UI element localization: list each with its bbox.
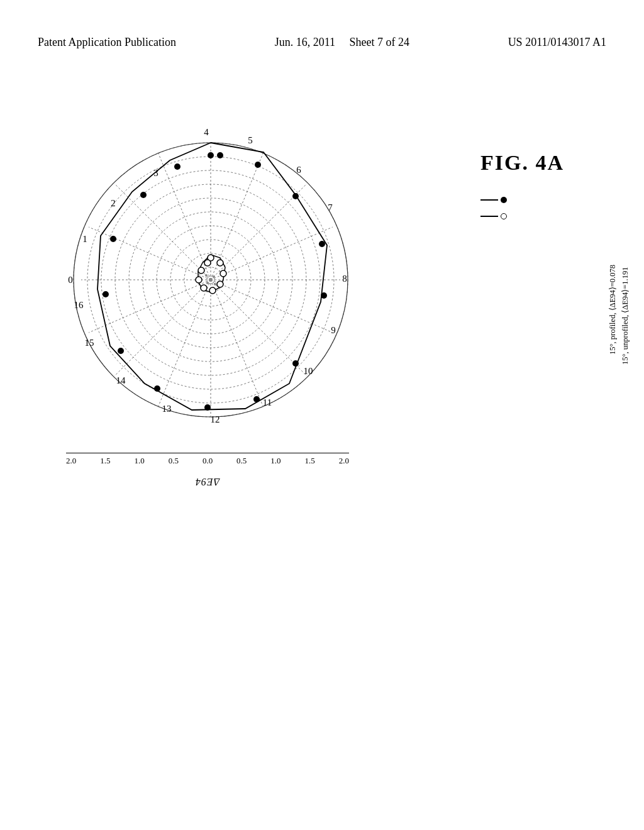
svg-line-20 — [158, 280, 211, 407]
svg-point-56 — [204, 260, 211, 266]
legend-item-unprofiled — [480, 197, 625, 203]
tick-0: 0.0 — [203, 456, 213, 466]
radial-label-9: 9 — [331, 325, 336, 335]
header: Patent Application Publication Jun. 16, … — [0, 35, 644, 50]
legend-text-vertical: 15°, unprofiled, ⟨ΔE94⟩=1.191 15°, profi… — [606, 265, 631, 365]
svg-point-37 — [321, 292, 327, 299]
radial-label-1: 1 — [82, 234, 87, 244]
legend-text-1: 15°, unprofiled, ⟨ΔE94⟩=1.191 — [619, 265, 631, 365]
svg-point-33 — [208, 152, 214, 158]
svg-point-55 — [198, 267, 204, 274]
tick-1-left: 1.0 — [134, 456, 144, 466]
svg-line-13 — [211, 184, 307, 280]
legend-dot-open — [501, 213, 507, 219]
radial-label-0: 0 — [68, 275, 73, 285]
svg-line-16 — [211, 280, 333, 333]
svg-line-26 — [158, 152, 211, 280]
radial-label-8: 8 — [342, 274, 347, 284]
svg-point-42 — [118, 348, 124, 354]
radial-label-14: 14 — [116, 375, 126, 385]
svg-line-17 — [211, 280, 307, 376]
tick-1.5-left: 1.5 — [100, 456, 110, 466]
svg-point-35 — [292, 193, 299, 199]
svg-point-38 — [292, 360, 299, 367]
svg-point-32 — [205, 274, 208, 277]
legend-text-container: 15°, unprofiled, ⟨ΔE94⟩=1.191 15°, profi… — [606, 226, 631, 402]
date: Jun. 16, 2011 — [275, 36, 335, 48]
svg-point-39 — [253, 396, 260, 402]
svg-point-45 — [140, 192, 147, 198]
svg-line-18 — [211, 280, 264, 407]
radial-label-15: 15 — [85, 338, 94, 348]
svg-point-34 — [255, 162, 261, 168]
svg-point-44 — [110, 236, 116, 242]
tick-2-right: 2.0 — [339, 456, 349, 466]
svg-point-29 — [213, 275, 215, 278]
svg-line-25 — [114, 184, 211, 280]
publication-label: Patent Application Publication — [38, 35, 176, 50]
svg-line-22 — [89, 280, 211, 333]
x-axis-label-container: ΔE94 — [53, 476, 362, 487]
svg-point-43 — [103, 291, 109, 297]
svg-point-31 — [214, 283, 216, 285]
svg-point-51 — [217, 281, 223, 287]
svg-line-24 — [89, 227, 211, 280]
tick-1.5-right: 1.5 — [305, 456, 315, 466]
legend-text-2: 15°, profiled, ⟨ΔE94⟩=0.078 — [606, 265, 619, 355]
svg-point-52 — [209, 287, 216, 294]
tick-1-right: 1.0 — [270, 456, 280, 466]
legend-line-2 — [480, 216, 498, 217]
patent-number: US 2011/0143017 A1 — [508, 35, 606, 50]
sheet: Sheet 7 of 24 — [349, 36, 409, 48]
svg-point-49 — [217, 260, 223, 266]
radial-label-5: 5 — [248, 135, 253, 145]
figure-container: 0 1 2 3 4 5 6 7 8 9 10 11 12 13 14 15 16 — [38, 119, 396, 522]
polar-chart: 0 1 2 3 4 5 6 7 8 9 10 11 12 13 14 15 16 — [50, 119, 371, 440]
svg-point-47 — [217, 152, 223, 158]
date-sheet: Jun. 16, 2011 Sheet 7 of 24 — [275, 35, 409, 50]
svg-point-28 — [209, 278, 213, 282]
page: Patent Application Publication Jun. 16, … — [0, 0, 644, 830]
radial-label-7: 7 — [328, 202, 333, 213]
tick-0.5-left: 0.5 — [169, 456, 179, 466]
legend-line-1 — [480, 199, 498, 201]
svg-line-21 — [114, 280, 211, 376]
legend — [480, 197, 625, 219]
svg-point-30 — [206, 282, 209, 284]
radial-label-6: 6 — [296, 165, 301, 175]
radial-label-10: 10 — [304, 366, 313, 376]
legend-dot-filled — [501, 197, 507, 203]
legend-item-profiled — [480, 213, 625, 219]
radial-label-16: 16 — [74, 300, 84, 310]
right-panel: FIG. 4A — [480, 151, 625, 497]
radial-label-11: 11 — [263, 397, 272, 407]
tick-0.5-right: 0.5 — [236, 456, 247, 466]
x-axis-label: ΔE94 — [195, 476, 219, 487]
radial-label-2: 2 — [111, 198, 116, 208]
x-axis: 2.0 1.5 1.0 0.5 0.0 0.5 1.0 1.5 2.0 ΔE94 — [53, 453, 362, 487]
svg-point-50 — [220, 270, 226, 277]
radial-label-13: 13 — [162, 404, 172, 414]
svg-point-53 — [201, 285, 207, 291]
radial-label-12: 12 — [211, 414, 220, 424]
svg-point-54 — [196, 277, 202, 283]
figure-label: FIG. 4A — [480, 151, 625, 175]
tick-2-left: 2.0 — [66, 456, 76, 466]
svg-point-36 — [319, 241, 325, 247]
svg-point-41 — [154, 385, 160, 392]
radial-label-4: 4 — [204, 127, 209, 137]
svg-line-14 — [211, 227, 333, 280]
svg-point-46 — [174, 163, 180, 170]
svg-point-40 — [204, 404, 211, 411]
